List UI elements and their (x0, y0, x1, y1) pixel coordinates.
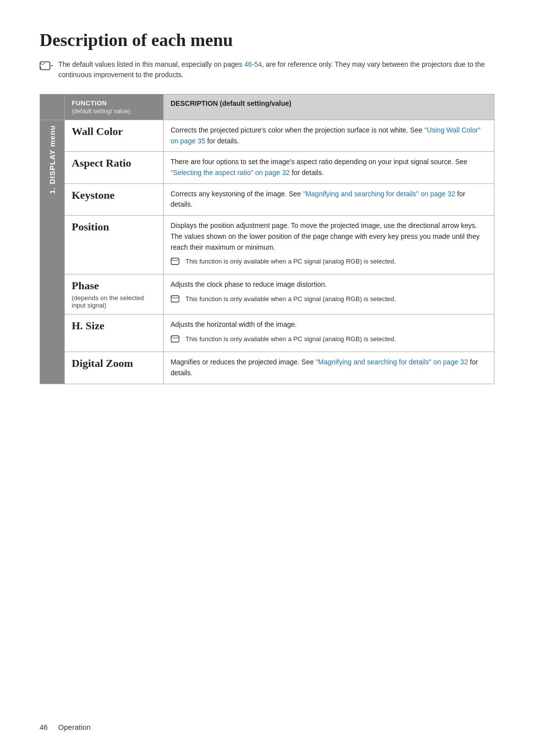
wall-color-link[interactable]: "Using Wall Color" on page 35 (171, 126, 481, 145)
desc-keystone: Corrects any keystoning of the image. Se… (164, 183, 494, 215)
table-row: Digital Zoom Magnifies or reduces the pr… (40, 352, 494, 384)
header-function-label: FUNCTION (72, 99, 156, 107)
sidebar-label: 1. DISPLAY menu (48, 125, 56, 194)
table-row: H. Size Adjusts the horizontal width of … (40, 314, 494, 352)
intro-note-text: The default values listed in this manual… (58, 59, 494, 80)
aspect-ratio-link[interactable]: "Selecting the aspect ratio" on page 32 (171, 169, 290, 177)
phase-note-text: This function is only available when a P… (185, 294, 396, 304)
function-aspect-ratio: Aspect Ratio (65, 152, 164, 183)
function-h-size: H. Size (65, 314, 164, 352)
desc-digital-zoom: Magnifies or reduces the projected image… (164, 352, 494, 384)
position-note-icon (171, 257, 181, 269)
h-size-note: This function is only available when a P… (171, 334, 487, 347)
header-empty-cell (40, 94, 65, 120)
page-footer: 46 Operation (40, 723, 90, 731)
function-digital-zoom: Digital Zoom (65, 352, 164, 384)
table-row: Position Displays the position adjustmen… (40, 216, 494, 274)
keystone-link[interactable]: "Magnifying and searching for details" o… (303, 190, 455, 198)
table-row: 1. DISPLAY menu Wall Color Corrects the … (40, 120, 494, 152)
header-function-cell: FUNCTION (default setting/ value) (65, 94, 164, 120)
svg-text:•: • (40, 65, 42, 71)
footer-page-number: 46 (40, 723, 48, 731)
desc-h-size: Adjusts the horizontal width of the imag… (164, 314, 494, 352)
intro-note: • The default values listed in this manu… (40, 59, 494, 80)
sidebar-display-menu: 1. DISPLAY menu (40, 120, 65, 384)
position-note: This function is only available when a P… (171, 257, 487, 269)
h-size-note-text: This function is only available when a P… (185, 334, 396, 344)
page-container: Description of each menu • The default v… (0, 0, 534, 756)
function-phase: Phase (depends on the selected input sig… (65, 274, 164, 314)
table-row: Aspect Ratio There are four options to s… (40, 152, 494, 183)
phase-note: This function is only available when a P… (171, 294, 487, 307)
desc-aspect-ratio: There are four options to set the image'… (164, 152, 494, 183)
h-size-note-icon (171, 335, 181, 347)
desc-phase: Adjusts the clock phase to reduce image … (164, 274, 494, 314)
table-row: Phase (depends on the selected input sig… (40, 274, 494, 314)
header-description-cell: DESCRIPTION (default setting/value) (164, 94, 494, 120)
table-header-row: FUNCTION (default setting/ value) DESCRI… (40, 94, 494, 120)
table-row: Keystone Corrects any keystoning of the … (40, 183, 494, 215)
svg-rect-5 (171, 336, 179, 342)
desc-position: Displays the position adjustment page. T… (164, 216, 494, 274)
phase-note-icon (171, 295, 181, 307)
digital-zoom-link[interactable]: "Magnifying and searching for details" o… (315, 358, 468, 366)
footer-label: Operation (58, 723, 91, 731)
header-function-sub: (default setting/ value) (72, 108, 156, 115)
menu-table: FUNCTION (default setting/ value) DESCRI… (40, 94, 494, 384)
page-title: Description of each menu (40, 30, 494, 50)
desc-wall-color: Corrects the projected picture's color w… (164, 120, 494, 152)
svg-rect-3 (171, 258, 179, 265)
position-note-text: This function is only available when a P… (185, 257, 396, 267)
note-link[interactable]: 46-54 (244, 60, 262, 68)
note-icon: • (40, 60, 53, 71)
function-keystone: Keystone (65, 183, 164, 215)
svg-rect-0 (40, 62, 50, 70)
function-wall-color: Wall Color (65, 120, 164, 152)
function-position: Position (65, 216, 164, 274)
svg-rect-4 (171, 296, 179, 302)
phase-sub-label: (depends on the selected input signal) (72, 294, 156, 309)
